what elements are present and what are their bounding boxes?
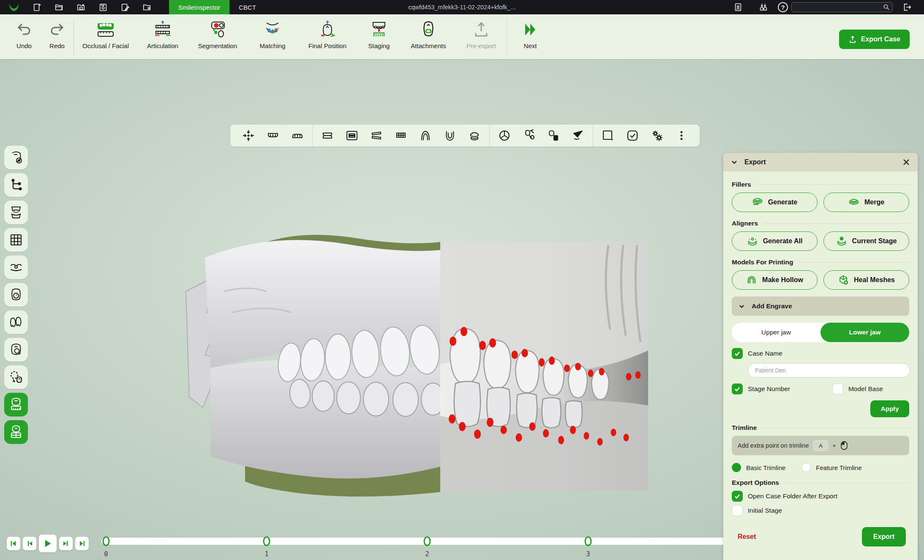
initial-stage-checkbox[interactable]: [732, 505, 743, 516]
sidebar-tooth-search-icon[interactable]: [4, 338, 28, 362]
upper-arch-view-icon[interactable]: [419, 129, 432, 142]
model-base-checkbox[interactable]: [832, 383, 843, 394]
validate-check-icon[interactable]: [626, 129, 639, 142]
skip-to-start-button[interactable]: [7, 537, 20, 550]
sidebar-articulation-check-icon[interactable]: [4, 256, 28, 279]
close-icon[interactable]: [902, 158, 910, 166]
export-button[interactable]: Export: [862, 527, 906, 546]
sidebar-gauge-tooth-icon[interactable]: [4, 283, 28, 307]
make-hollow-button[interactable]: Make Hollow: [732, 270, 818, 290]
stage-label-3: 3: [586, 550, 590, 558]
export-case-button[interactable]: Export Case: [839, 30, 910, 49]
stage-number-label: Stage Number: [748, 385, 790, 393]
sidebar-view-tooth-icon[interactable]: [4, 146, 28, 169]
jaws-box-view-icon[interactable]: [346, 129, 358, 142]
merge-fillers-button[interactable]: Merge: [823, 193, 909, 212]
feature-trimline-radio[interactable]: [801, 463, 811, 472]
step-forward-button[interactable]: [59, 537, 73, 550]
redo-button[interactable]: Redo: [41, 14, 74, 49]
heal-meshes-button[interactable]: Heal Meshes: [823, 270, 909, 290]
settings-gears-icon[interactable]: [651, 129, 663, 142]
sidebar-grid-icon[interactable]: [4, 228, 28, 252]
stage-marker-2[interactable]: [424, 536, 431, 546]
more-options-kebab-icon[interactable]: [675, 129, 688, 142]
sidebar-molars-icon[interactable]: [4, 310, 28, 334]
jaws-pair-view-icon[interactable]: [468, 129, 481, 142]
basic-trimline-radio[interactable]: [732, 463, 741, 472]
tab-smileinspector[interactable]: SmileInspector: [169, 0, 229, 14]
jaws-closed-view-icon[interactable]: [395, 129, 407, 142]
play-button[interactable]: [39, 535, 57, 552]
undo-button[interactable]: Undo: [8, 14, 41, 49]
mouse-icon: [840, 441, 848, 450]
apply-button[interactable]: Apply: [870, 400, 909, 417]
toolbar-item-pre-export[interactable]: Pre-export: [456, 14, 507, 49]
staging-icon: [370, 20, 388, 39]
stage-marker-0[interactable]: [103, 536, 110, 546]
check-icon: [734, 493, 741, 500]
stage-marker-3[interactable]: [585, 536, 592, 546]
case-name-checkbox[interactable]: [732, 348, 743, 359]
attachments-icon: [419, 20, 438, 39]
patient-info-icon[interactable]: [732, 2, 744, 13]
generate-fillers-button[interactable]: Generate: [732, 193, 818, 212]
sidebar-tree-icon[interactable]: [4, 173, 28, 197]
selection-box-icon[interactable]: [602, 129, 614, 142]
view-toolbar: [230, 125, 700, 147]
case-name-input[interactable]: [748, 363, 910, 378]
save-case-icon[interactable]: [97, 2, 109, 13]
segmentation-icon: [208, 20, 227, 39]
help-icon[interactable]: ?: [778, 2, 788, 12]
stage-marker-1[interactable]: [263, 536, 270, 546]
upper-jaw-toggle[interactable]: Upper jaw: [732, 323, 820, 342]
open-case-folder-checkbox[interactable]: [732, 491, 743, 502]
toolbar-item-attachments[interactable]: Attachments: [401, 14, 456, 49]
merge-import-icon[interactable]: [757, 2, 770, 13]
toolbar-item-matching[interactable]: Matching: [247, 14, 298, 49]
feature-trimline-label: Feature Trimline: [816, 464, 861, 471]
lower-jaw-toggle[interactable]: Lower jaw: [820, 323, 909, 342]
lower-arch-view-icon[interactable]: [444, 129, 456, 142]
upper-jaw-view-icon[interactable]: [267, 129, 279, 142]
toolbar-item-staging[interactable]: Staging: [357, 14, 401, 49]
toolbar-item-articulation[interactable]: Articulation: [137, 14, 188, 49]
articulation-icon: [153, 20, 172, 39]
generate-all-aligners-button[interactable]: Generate All: [732, 231, 818, 251]
sidebar-occlusion-icon[interactable]: [4, 201, 28, 224]
import-cbct-icon[interactable]: [75, 2, 87, 13]
both-jaws-open-view-icon[interactable]: [321, 129, 334, 142]
tab-cbct[interactable]: CBCT: [229, 0, 265, 14]
step-back-button[interactable]: [23, 537, 36, 550]
toolbar-item-occlusal-facial[interactable]: Occlusal / Facial: [74, 14, 137, 49]
stage-number-checkbox[interactable]: [732, 383, 743, 394]
lower-jaw-view-icon[interactable]: [291, 129, 304, 142]
delete-case-icon[interactable]: [141, 2, 153, 13]
center-view-icon[interactable]: [242, 129, 255, 142]
toolbar-item-final-position[interactable]: Final Position: [298, 14, 357, 49]
orientation-sphere-icon[interactable]: [498, 129, 511, 142]
trim-knife-icon[interactable]: [572, 129, 584, 142]
next-button[interactable]: Next: [507, 14, 553, 49]
fillers-merge-icon: [848, 197, 859, 208]
toolbar-item-segmentation[interactable]: Segmentation: [188, 14, 247, 49]
new-case-icon[interactable]: [31, 2, 44, 13]
viewport[interactable]: Export Fillers Generate Merge: [0, 59, 924, 560]
current-stage-aligner-button[interactable]: Current Stage: [823, 231, 909, 251]
dental-model-3d[interactable]: [182, 228, 659, 503]
export-panel-header[interactable]: Export: [723, 153, 918, 171]
add-engrave-header[interactable]: Add Engrave: [732, 296, 909, 316]
tooth-edit-icon[interactable]: [523, 129, 535, 142]
reset-button[interactable]: Reset: [738, 533, 756, 541]
sidebar-tooth-rotate-icon[interactable]: [4, 365, 28, 389]
search-input[interactable]: [794, 4, 883, 11]
skip-to-end-button[interactable]: [75, 537, 89, 550]
exit-icon[interactable]: [901, 2, 913, 13]
edit-case-icon[interactable]: [119, 2, 131, 13]
tooth-copy-icon[interactable]: [547, 129, 560, 142]
jaws-side-view-icon[interactable]: [370, 129, 383, 142]
search-box[interactable]: [791, 2, 893, 12]
open-case-icon[interactable]: [53, 2, 65, 13]
sidebar-engrave-tool-icon[interactable]: [4, 393, 28, 416]
sidebar-model-base-tool-icon[interactable]: [4, 420, 28, 444]
basic-trimline-label: Basic Trimline: [746, 464, 785, 471]
